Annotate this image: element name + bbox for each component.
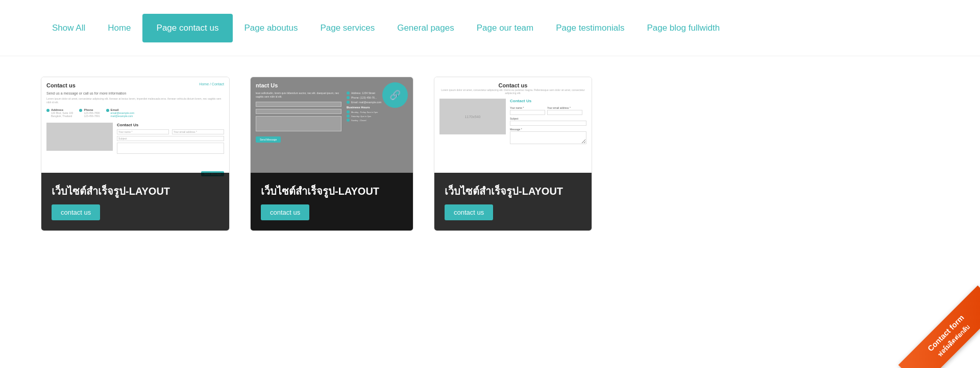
nav-page-testimonials[interactable]: Page testimonials <box>545 14 635 42</box>
p3-body: 1170x540 Contact Us Your name * Your ema… <box>439 99 586 148</box>
p1-name-field: Your name * <box>117 129 169 134</box>
p1-subtitle: Send us a message or call us for more in… <box>46 91 224 95</box>
cards-container: Contact us Home / Contact Send us a mess… <box>0 56 980 262</box>
card-1[interactable]: Contact us Home / Contact Send us a mess… <box>41 77 230 231</box>
p3-form-title: Contact Us <box>510 99 586 103</box>
card-3-overlay-title: เว็บไซต์สำเร็จรูป-LAYOUT <box>445 183 581 199</box>
card-1-contact-btn[interactable]: contact us <box>52 204 100 220</box>
p1-form-title: Contact Us <box>117 123 224 127</box>
p3-message-input[interactable] <box>510 131 586 144</box>
p1-address: Address120 Blvd, Suite 100Bangkok, Thail… <box>46 108 73 118</box>
p3-name-label: Your name * <box>510 106 545 109</box>
p1-title: Contact us <box>46 82 76 88</box>
nav-page-aboutus[interactable]: Page aboutus <box>233 14 309 42</box>
contact-ribbon[interactable]: Contact form ฟอร์มติดต่อกลับ <box>898 285 980 368</box>
p3-image: 1170x540 <box>439 99 506 134</box>
p3-email-input[interactable] <box>547 110 582 115</box>
nav-page-our-team[interactable]: Page our team <box>465 14 545 42</box>
p2-send-btn[interactable]: Send Message <box>256 136 281 143</box>
p3-email-label: Your email address * <box>547 106 582 109</box>
card-1-overlay-title: เว็บไซต์สำเร็จรูป-LAYOUT <box>52 183 219 199</box>
card-1-inner: Contact us Home / Contact Send us a mess… <box>41 77 229 231</box>
p3-form-row-1: Your name * Your email address * <box>510 106 586 115</box>
p1-subject-field: Subject <box>117 136 224 141</box>
p3-name-input[interactable] <box>510 110 545 115</box>
nav-home[interactable]: Home <box>96 14 142 42</box>
main-nav: Show All Home Page contact us Page about… <box>0 0 980 56</box>
p3-message-label: Message * <box>510 128 586 131</box>
p1-phone: Phone123-456-7890123-456-7891 <box>79 108 100 118</box>
card-2-contact-btn[interactable]: contact us <box>261 204 309 220</box>
nav-general-pages[interactable]: General pages <box>386 14 465 42</box>
card-2-overlay: เว็บไซต์สำเร็จรูป-LAYOUT contact us <box>251 173 413 231</box>
card-3-contact-btn[interactable]: contact us <box>445 204 493 220</box>
p1-contacts: Address120 Blvd, Suite 100Bangkok, Thail… <box>46 108 224 118</box>
p1-lorem: Lorem ipsum dolor sit amet, consectetur … <box>46 97 224 104</box>
card-3-overlay: เว็บไซต์สำเร็จรูป-LAYOUT contact us <box>434 173 592 231</box>
p3-subtitle: Lorem ipsum dolor sit amet, consectetur … <box>439 88 586 95</box>
p3-header: Contact us Lorem ipsum dolor sit amet, c… <box>439 82 586 95</box>
card-2-inner: 🔗 ntact Us lean sollicitudin, lorem quis… <box>251 77 413 231</box>
nav-page-blog-fullwidth[interactable]: Page blog fullwidth <box>635 14 731 42</box>
p2-name-field <box>256 102 341 107</box>
p2-link-icon: 🔗 <box>382 82 408 108</box>
card-2-overlay-title: เว็บไซต์สำเร็จรูป-LAYOUT <box>261 183 403 199</box>
p2-hour-2: Saturday: 4pm to 2pm <box>347 114 408 118</box>
p1-email-field: Your email address * <box>172 129 224 134</box>
p3-title: Contact us <box>439 82 586 88</box>
card-2[interactable]: 🔗 ntact Us lean sollicitudin, lorem quis… <box>250 77 413 231</box>
p3-subject-label: Subject <box>510 117 586 120</box>
card-3[interactable]: Contact us Lorem ipsum dolor sit amet, c… <box>434 77 592 231</box>
p2-message-field <box>256 116 341 131</box>
p3-form: Contact Us Your name * Your email addres… <box>510 99 586 148</box>
p1-map <box>46 123 113 151</box>
p1-breadcrumb: Home / Contact <box>199 82 224 86</box>
p2-hour-1: Monday - Friday: 9am to 5pm <box>347 110 408 113</box>
card-3-inner: Contact us Lorem ipsum dolor sit amet, c… <box>434 77 592 231</box>
p3-subject-input[interactable] <box>510 121 586 126</box>
p2-email-field <box>256 109 341 114</box>
nav-page-contact-us[interactable]: Page contact us <box>142 14 233 42</box>
contact-ribbon-wrap[interactable]: Contact form ฟอร์มติดต่อกลับ <box>878 266 980 368</box>
p2-hour-3: Sunday - Closed <box>347 119 408 122</box>
p2-left: lean sollicitudin, lorem quis bibendum a… <box>256 91 341 143</box>
p2-lorem: lean sollicitudin, lorem quis bibendum a… <box>256 91 341 99</box>
nav-page-services[interactable]: Page services <box>309 14 386 42</box>
nav-show-all[interactable]: Show All <box>41 14 96 42</box>
p1-email: Emailemail@example.commail@example.com <box>106 108 135 118</box>
card-1-overlay: เว็บไซต์สำเร็จรูป-LAYOUT contact us <box>41 173 229 231</box>
